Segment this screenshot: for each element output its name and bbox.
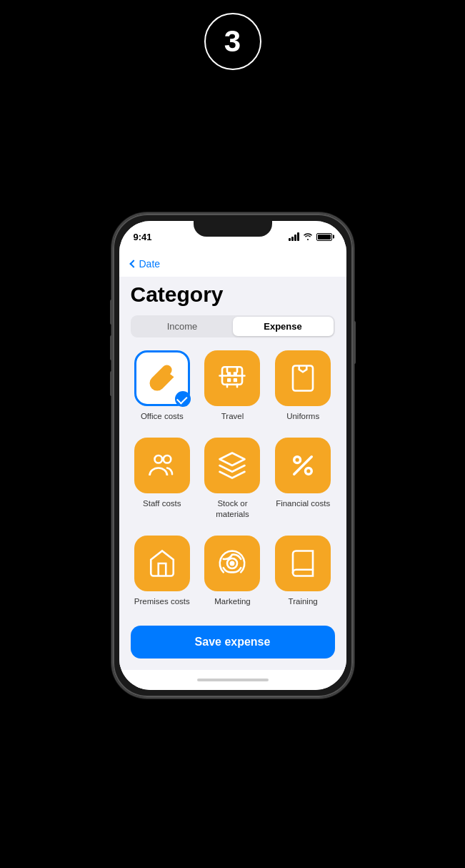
segment-income[interactable]: Income bbox=[132, 317, 233, 336]
category-item-marketing[interactable]: Marketing bbox=[201, 536, 264, 616]
svg-point-8 bbox=[306, 468, 312, 475]
svg-point-6 bbox=[164, 455, 171, 463]
category-item-travel[interactable]: Travel bbox=[201, 350, 264, 430]
battery-icon bbox=[316, 233, 332, 241]
home-bar bbox=[197, 679, 269, 681]
category-icon-training bbox=[275, 536, 331, 591]
svg-rect-4 bbox=[234, 372, 237, 375]
category-label-training: Training bbox=[289, 596, 318, 607]
category-label-uniforms: Uniforms bbox=[286, 411, 319, 422]
back-label: Date bbox=[139, 258, 161, 270]
page-title: Category bbox=[131, 282, 335, 307]
category-item-stock-materials[interactable]: Stock or materials bbox=[201, 438, 264, 528]
svg-line-9 bbox=[294, 457, 312, 475]
home-indicator bbox=[119, 670, 346, 690]
svg-rect-3 bbox=[227, 372, 231, 375]
save-button-container: Save expense bbox=[119, 618, 346, 670]
svg-rect-2 bbox=[234, 378, 237, 382]
category-label-travel: Travel bbox=[221, 411, 244, 422]
category-item-training[interactable]: Training bbox=[271, 536, 335, 616]
category-label-marketing: Marketing bbox=[214, 596, 251, 607]
category-icon-uniforms bbox=[275, 350, 331, 406]
category-label-office-costs: Office costs bbox=[141, 411, 184, 422]
back-chevron-icon bbox=[129, 260, 137, 267]
category-item-premises-costs[interactable]: Premises costs bbox=[131, 536, 194, 616]
phone-screen: 9:41 bbox=[119, 221, 346, 690]
category-icon-travel bbox=[204, 350, 260, 406]
signal-icon bbox=[289, 232, 299, 241]
categories-grid: Office costs Travel bbox=[119, 347, 346, 618]
category-icon-stock-materials bbox=[204, 438, 260, 493]
svg-point-10 bbox=[230, 561, 235, 566]
category-label-staff-costs: Staff costs bbox=[143, 498, 181, 509]
selected-check-icon bbox=[175, 391, 191, 407]
svg-point-7 bbox=[294, 457, 301, 463]
category-icon-marketing bbox=[204, 536, 260, 591]
save-expense-button[interactable]: Save expense bbox=[131, 626, 335, 659]
category-icon-premises-costs bbox=[134, 536, 190, 591]
category-icon-financial-costs bbox=[275, 438, 331, 493]
status-bar: 9:41 bbox=[119, 221, 346, 252]
page-title-container: Category bbox=[119, 277, 346, 315]
back-button[interactable]: Date bbox=[131, 258, 335, 270]
step-indicator: 3 bbox=[204, 13, 261, 70]
category-icon-staff-costs bbox=[134, 438, 190, 493]
category-label-stock-materials: Stock or materials bbox=[201, 498, 264, 520]
svg-point-5 bbox=[154, 455, 162, 463]
category-item-office-costs[interactable]: Office costs bbox=[131, 350, 194, 430]
nav-bar: Date bbox=[119, 252, 346, 277]
phone-frame: 9:41 bbox=[111, 212, 354, 699]
notch bbox=[194, 221, 272, 237]
category-item-staff-costs[interactable]: Staff costs bbox=[131, 438, 194, 528]
category-item-financial-costs[interactable]: Financial costs bbox=[271, 438, 335, 528]
app-content: Date Category Income Expense bbox=[119, 252, 346, 670]
status-icons bbox=[289, 232, 332, 242]
status-time: 9:41 bbox=[134, 232, 152, 242]
wifi-icon bbox=[303, 232, 313, 242]
svg-rect-1 bbox=[227, 378, 231, 382]
category-label-premises-costs: Premises costs bbox=[134, 596, 190, 607]
segment-expense[interactable]: Expense bbox=[233, 317, 334, 336]
category-icon-office-costs bbox=[134, 350, 190, 406]
category-label-financial-costs: Financial costs bbox=[276, 498, 330, 509]
category-item-uniforms[interactable]: Uniforms bbox=[271, 350, 335, 430]
segment-control[interactable]: Income Expense bbox=[131, 315, 335, 337]
